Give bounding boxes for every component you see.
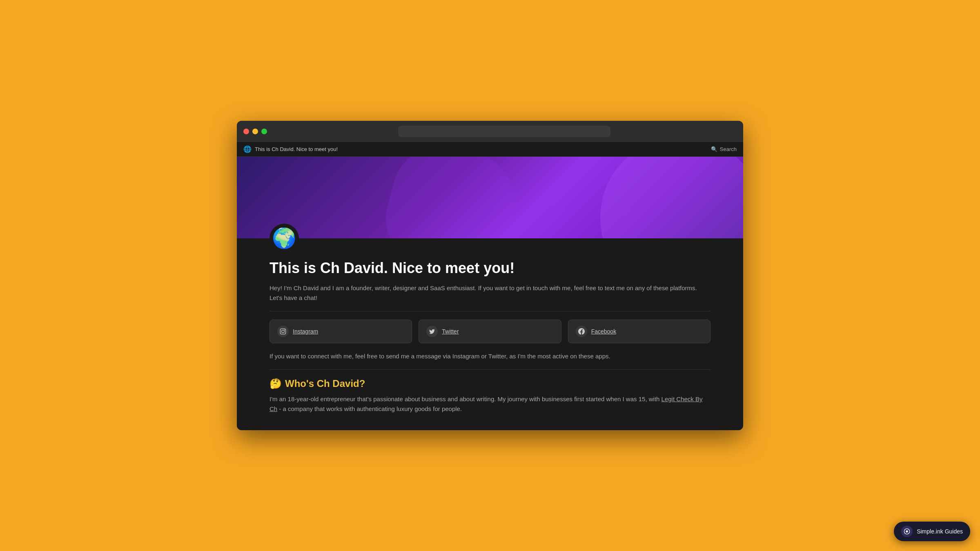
- instagram-link[interactable]: Instagram: [270, 320, 412, 343]
- address-bar[interactable]: [398, 126, 610, 137]
- facebook-link[interactable]: Facebook: [568, 320, 710, 343]
- browser-chrome: [237, 121, 743, 142]
- search-button[interactable]: 🔍 Search: [711, 146, 737, 152]
- profile-section: 🌍 This is Ch David. Nice to meet you! He…: [237, 224, 743, 414]
- instagram-icon: [277, 326, 289, 337]
- close-button[interactable]: [243, 129, 249, 134]
- page-title: This is Ch David. Nice to meet you!: [270, 260, 710, 277]
- twitter-icon: [426, 326, 438, 337]
- hero-banner: [237, 157, 743, 238]
- simple-ink-label: Simple.ink Guides: [917, 528, 963, 535]
- who-text-after: - a company that works with authenticati…: [277, 405, 462, 412]
- maximize-button[interactable]: [261, 129, 267, 134]
- connect-text: If you want to connect with me, feel fre…: [270, 351, 710, 370]
- svg-rect-0: [280, 329, 285, 334]
- instagram-label: Instagram: [293, 328, 318, 335]
- simple-ink-badge[interactable]: Simple.ink Guides: [894, 522, 970, 541]
- who-description: I'm an 18-year-old entrepreneur that's p…: [270, 394, 710, 414]
- who-title-text: Who's Ch David?: [285, 378, 365, 389]
- avatar-emoji: 🌍: [272, 227, 296, 250]
- globe-icon: 🌐: [243, 145, 252, 153]
- svg-point-1: [282, 330, 285, 333]
- facebook-label: Facebook: [591, 328, 616, 335]
- facebook-icon: [576, 326, 587, 337]
- traffic-lights: [243, 129, 267, 134]
- search-label: Search: [720, 146, 737, 152]
- tab-title: This is Ch David. Nice to meet you!: [255, 146, 338, 152]
- intro-text: Hey! I'm Ch David and I am a founder, wr…: [270, 283, 710, 311]
- simple-ink-logo: [901, 526, 913, 537]
- browser-window: 🌐 This is Ch David. Nice to meet you! 🔍 …: [237, 121, 743, 430]
- minimize-button[interactable]: [252, 129, 258, 134]
- social-links: Instagram Twitter: [270, 320, 710, 343]
- search-icon: 🔍: [711, 146, 717, 152]
- avatar: 🌍: [270, 224, 299, 253]
- twitter-label: Twitter: [442, 328, 459, 335]
- who-text-before: I'm an 18-year-old entrepreneur that's p…: [270, 395, 662, 402]
- svg-point-2: [284, 329, 285, 330]
- svg-point-4: [906, 530, 908, 532]
- who-section: 🤔 Who's Ch David? I'm an 18-year-old ent…: [270, 378, 710, 414]
- browser-toolbar: 🌐 This is Ch David. Nice to meet you! 🔍 …: [237, 142, 743, 157]
- twitter-link[interactable]: Twitter: [419, 320, 561, 343]
- tab-info: 🌐 This is Ch David. Nice to meet you!: [243, 145, 338, 153]
- page-content: 🌍 This is Ch David. Nice to meet you! He…: [237, 157, 743, 430]
- who-title: 🤔 Who's Ch David?: [270, 378, 710, 389]
- thinking-emoji: 🤔: [270, 378, 282, 389]
